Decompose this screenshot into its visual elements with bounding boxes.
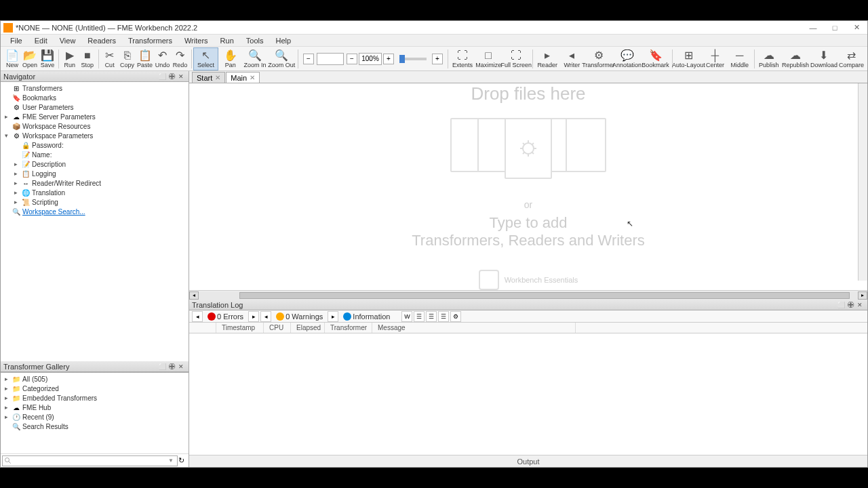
menu-edit[interactable]: Edit — [29, 35, 53, 46]
nav-item[interactable]: ▸🌐Translation — [2, 188, 187, 197]
canvas-tab-main[interactable]: Main✕ — [226, 72, 260, 83]
download-button[interactable]: ⬇Download — [810, 47, 838, 70]
menu-help[interactable]: Help — [270, 35, 296, 46]
close-window-button[interactable]: ✕ — [848, 22, 865, 33]
log-undock-button[interactable]: ⬜ — [836, 300, 846, 310]
open-button[interactable]: 📂Open — [21, 47, 39, 70]
canvas-hscroll[interactable]: ◂ ▸ — [189, 290, 867, 300]
cut-button[interactable]: ✂Cut — [101, 47, 119, 70]
log-close-button[interactable]: ✕ — [855, 300, 865, 310]
pan-button[interactable]: ✋Pan — [218, 47, 243, 70]
nav-item[interactable]: ▸📝Description — [2, 159, 187, 169]
center-button[interactable]: ┼Center — [703, 47, 727, 70]
copy-button[interactable]: ⎘Copy — [119, 47, 136, 70]
gallery-pin-button[interactable]: 🕀 — [167, 362, 176, 371]
gallery-search-dropdown[interactable]: ▼ — [168, 458, 174, 464]
nav-item[interactable]: 📦Workspace Resources — [2, 121, 187, 131]
log-tool-2[interactable]: ☰ — [414, 311, 425, 322]
gallery-item[interactable]: ▸📁Embedded Transformers — [2, 393, 187, 403]
menu-tools[interactable]: Tools — [241, 35, 269, 46]
zoom-slider[interactable] — [399, 58, 427, 60]
auto-layout-button[interactable]: ⊞Auto-Layout — [674, 47, 703, 70]
gallery-item[interactable]: ▸📁All (505) — [2, 374, 187, 384]
new-button[interactable]: 📄New — [3, 47, 21, 70]
maximize-button[interactable]: □Maximize — [475, 47, 502, 70]
log-column-header[interactable]: Timestamp — [216, 323, 264, 333]
navigator-pin-button[interactable]: 🕀 — [167, 72, 176, 81]
log-next-error-button[interactable]: ▸ — [248, 311, 259, 322]
nav-item[interactable]: ▸📋Logging — [2, 169, 187, 178]
select-button[interactable]: ↖Select — [193, 47, 218, 70]
menu-view[interactable]: View — [54, 35, 81, 46]
zoom-plus2-button[interactable]: + — [432, 54, 443, 64]
navigator-undock-button[interactable]: ⬜ — [157, 72, 167, 81]
menu-file[interactable]: File — [5, 35, 28, 46]
log-pin-button[interactable]: 🕀 — [846, 300, 855, 310]
extents-button[interactable]: ⛶Extents — [450, 47, 475, 70]
nav-item[interactable]: ▾⚙Workspace Parameters — [2, 131, 187, 140]
canvas-vscroll[interactable] — [858, 83, 867, 281]
maximize-window-button[interactable]: □ — [827, 22, 843, 33]
run-button[interactable]: ▶Run — [61, 47, 79, 70]
nav-item[interactable]: 🔍Workspace Search... — [2, 207, 187, 216]
middle-button[interactable]: ─Middle — [728, 47, 752, 70]
nav-item[interactable]: ⊞Transformers — [2, 83, 187, 93]
workbench-essentials-link[interactable]: Workbench Essentials — [412, 270, 645, 290]
zoom-plus-button[interactable]: + — [383, 54, 394, 64]
nav-item[interactable]: ▸☁FME Server Parameters — [2, 112, 187, 121]
log-tool-4[interactable]: ☰ — [438, 311, 449, 322]
gallery-item[interactable]: 🔍Search Results — [2, 422, 187, 431]
log-info-filter[interactable]: Information — [340, 311, 393, 322]
log-settings-button[interactable]: ⚙ — [450, 311, 461, 322]
nav-item[interactable]: ▸📜Scripting — [2, 197, 187, 207]
nav-item[interactable]: 📝Name: — [2, 150, 187, 159]
menu-run[interactable]: Run — [215, 35, 239, 46]
scroll-right-button[interactable]: ▸ — [858, 291, 867, 300]
gallery-item[interactable]: ▸🕐Recent (9) — [2, 412, 187, 422]
navigator-close-button[interactable]: ✕ — [176, 72, 186, 81]
menu-writers[interactable]: Writers — [179, 35, 214, 46]
annotation-button[interactable]: 💬Annotation — [613, 47, 642, 70]
log-next-warn-button[interactable]: ▸ — [328, 311, 338, 322]
save-button[interactable]: 💾Save — [39, 47, 56, 70]
gallery-item[interactable]: ▸☁FME Hub — [2, 403, 187, 412]
menu-readers[interactable]: Readers — [82, 35, 121, 46]
log-column-header[interactable]: Elapsed — [291, 323, 325, 333]
gallery-undock-button[interactable]: ⬜ — [157, 362, 167, 371]
compare-button[interactable]: ⇄Compare — [838, 47, 865, 70]
gallery-close-button[interactable]: ✕ — [176, 362, 186, 371]
redo-button[interactable]: ↷Redo — [172, 47, 189, 70]
transformer-button[interactable]: ⚙Transformer — [585, 47, 613, 70]
tab-close-icon[interactable]: ✕ — [250, 74, 255, 81]
reader-button[interactable]: ▸Reader — [535, 47, 559, 70]
log-prev-warn-button[interactable]: ◂ — [260, 311, 271, 322]
undo-button[interactable]: ↶Undo — [154, 47, 172, 70]
full-screen-button[interactable]: ⛶Full Screen — [502, 47, 530, 70]
scroll-left-button[interactable]: ◂ — [189, 291, 199, 300]
nav-item[interactable]: ⚙User Parameters — [2, 102, 187, 112]
zoom-preset-dropdown[interactable] — [317, 53, 344, 65]
gallery-refresh-button[interactable]: ↻ — [175, 455, 187, 466]
nav-item[interactable]: 🔖Bookmarks — [2, 93, 187, 102]
log-prev-button[interactable]: ◂ — [192, 311, 203, 322]
minimize-button[interactable]: — — [805, 22, 821, 33]
zoom-input[interactable] — [359, 53, 382, 65]
zoom-minus-button[interactable]: − — [303, 54, 314, 64]
hscroll-thumb[interactable] — [239, 292, 850, 299]
zoom-minus2-button[interactable]: − — [347, 54, 357, 64]
canvas[interactable]: Drop files here or Type to add Transform… — [189, 83, 867, 290]
log-warnings-filter[interactable]: 0 Warnings — [273, 311, 326, 322]
gallery-search-input[interactable] — [2, 455, 178, 466]
stop-button[interactable]: ■Stop — [79, 47, 96, 70]
log-column-header[interactable]: CPU — [264, 323, 291, 333]
paste-button[interactable]: 📋Paste — [136, 47, 154, 70]
log-tool-1[interactable]: W — [401, 311, 412, 322]
nav-item[interactable]: ▸↔Reader/Writer Redirect — [2, 178, 187, 188]
publish-button[interactable]: ☁Publish — [757, 47, 781, 70]
menu-transformers[interactable]: Transformers — [123, 35, 178, 46]
log-column-header[interactable] — [189, 323, 216, 333]
zoom-out-button[interactable]: 🔍Zoom Out — [267, 47, 296, 70]
bookmark-button[interactable]: 🔖Bookmark — [642, 47, 670, 70]
canvas-tab-start[interactable]: Start✕ — [192, 72, 225, 83]
republish-button[interactable]: ☁Republish — [781, 47, 810, 70]
